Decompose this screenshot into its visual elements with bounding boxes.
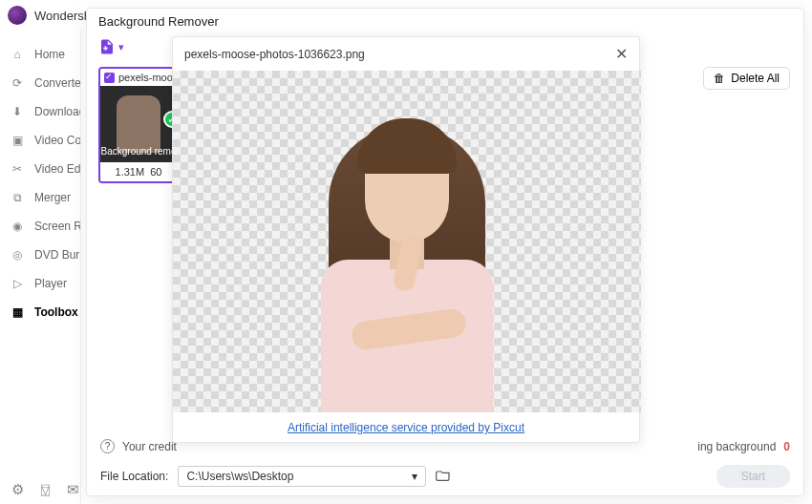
record-icon: ◉	[10, 219, 25, 234]
sidebar-item-label: Video Editor	[34, 162, 81, 176]
add-file-button[interactable]: ▾	[98, 38, 124, 55]
disc-icon: ◎	[10, 247, 25, 262]
folder-icon	[436, 468, 451, 483]
removing-label: ing background	[697, 440, 776, 453]
sidebar-item-merger[interactable]: ⧉Merger	[0, 183, 80, 212]
sidebar-item-label: DVD Burner	[34, 248, 81, 262]
chevron-down-icon: ▾	[118, 41, 124, 53]
thumbnail-status: Background remo	[100, 146, 177, 157]
compress-icon: ▣	[10, 133, 25, 148]
grid-icon: ▦	[10, 304, 25, 320]
removing-count: 0	[783, 440, 790, 453]
sidebar-item-player[interactable]: ▷Player	[0, 269, 80, 298]
app-logo	[8, 6, 27, 25]
delete-all-label: Delete All	[731, 72, 780, 85]
checkbox-icon[interactable]	[104, 73, 115, 83]
credit-label: Your credit	[122, 440, 177, 453]
pixcut-link[interactable]: Artificial intelligence service provided…	[288, 421, 524, 434]
sidebar-item-label: Player	[34, 277, 67, 290]
preview-close-button[interactable]: ✕	[615, 45, 628, 63]
thumbnail-dim: 60	[150, 166, 161, 178]
file-location-select[interactable]: C:\Users\ws\Desktop ▾	[178, 466, 426, 487]
sidebar-item-dvd[interactable]: ◎DVD Burner	[0, 241, 80, 269]
file-plus-icon	[98, 38, 116, 55]
settings-icon[interactable]: ⚙	[11, 481, 24, 498]
preview-canvas	[173, 71, 641, 412]
scissors-icon: ✂	[10, 161, 25, 177]
thumbnail-card[interactable]: pexels-moose ✓ Background remo 1.31M 60	[98, 67, 179, 183]
file-location-label: File Location:	[100, 470, 168, 483]
sidebar-item-editor[interactable]: ✂Video Editor	[0, 155, 80, 183]
sidebar-item-label: Screen Recorder	[34, 220, 81, 233]
sidebar-item-toolbox[interactable]: ▦Toolbox	[0, 298, 80, 326]
modal-title: Background Remover	[98, 14, 219, 29]
file-location-path: C:\Users\ws\Desktop	[186, 470, 293, 483]
message-icon[interactable]: ✉	[67, 481, 79, 498]
preview-subject	[283, 97, 531, 412]
delete-all-button[interactable]: 🗑 Delete All	[703, 67, 790, 90]
bell-icon[interactable]: ⍔	[41, 481, 50, 498]
sidebar-item-label: Toolbox	[34, 305, 78, 319]
sidebar-item-converter[interactable]: ⟳Converter	[0, 69, 80, 97]
open-folder-button[interactable]	[436, 468, 451, 486]
thumbnail-image: ✓ Background remo	[100, 86, 177, 162]
home-icon: ⌂	[10, 47, 25, 62]
trash-icon: 🗑	[714, 72, 725, 85]
preview-panel: pexels-moose-photos-1036623.png ✕ Artifi…	[172, 36, 640, 443]
start-button[interactable]: Start	[716, 465, 790, 488]
download-icon: ⬇	[10, 104, 25, 119]
sidebar-item-home[interactable]: ⌂Home	[0, 40, 80, 69]
preview-filename: pexels-moose-photos-1036623.png	[184, 48, 365, 61]
merge-icon: ⧉	[10, 190, 25, 205]
sidebar-item-recorder[interactable]: ◉Screen Recorder	[0, 212, 80, 241]
convert-icon: ⟳	[10, 75, 25, 91]
chevron-down-icon: ▾	[412, 470, 417, 483]
thumbnail-filename: pexels-moose	[118, 72, 177, 83]
sidebar-item-label: Downloader	[34, 105, 81, 118]
sidebar-item-label: Home	[34, 48, 65, 61]
sidebar-item-downloader[interactable]: ⬇Downloader	[0, 97, 80, 126]
play-icon: ▷	[10, 276, 25, 291]
thumbnail-size: 1.31M	[116, 166, 145, 178]
help-icon[interactable]: ?	[100, 439, 115, 453]
sidebar-item-label: Video Compressor	[34, 134, 81, 147]
sidebar-item-label: Merger	[34, 191, 71, 204]
sidebar-item-compressor[interactable]: ▣Video Compressor	[0, 126, 80, 155]
sidebar-item-label: Converter	[34, 76, 81, 90]
sidebar: ⌂Home ⟳Converter ⬇Downloader ▣Video Comp…	[0, 31, 81, 504]
